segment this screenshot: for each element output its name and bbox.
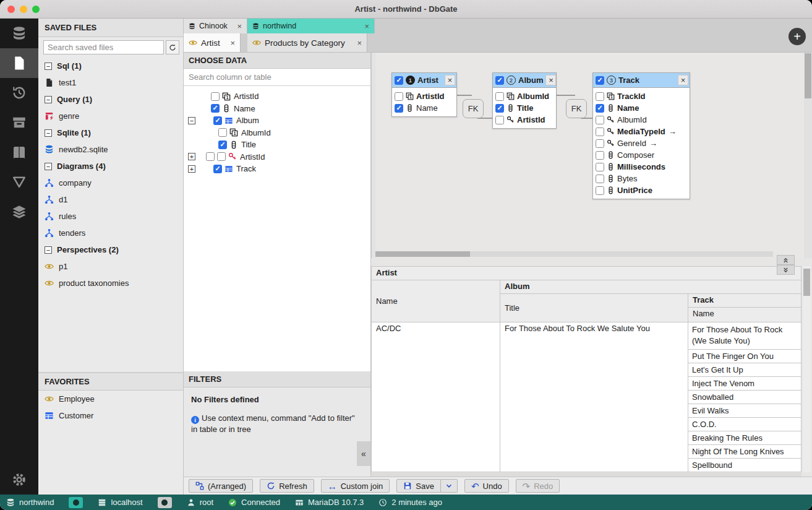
file-tab-products-by-category[interactable]: Products by Category× — [247, 33, 367, 52]
saved-files-item[interactable]: newdb2.sqlite — [38, 141, 183, 158]
activity-bar-item-archive[interactable] — [0, 108, 38, 137]
close-tab-icon[interactable]: × — [357, 39, 362, 47]
choose-data-row-name[interactable]: Name — [184, 103, 370, 115]
choose-data-row-track[interactable]: +Track — [184, 163, 370, 175]
saved-files-item[interactable]: d1 — [38, 191, 183, 208]
expand-icon[interactable]: + — [188, 153, 195, 160]
favorites-item[interactable]: Employee — [38, 391, 183, 407]
saved-files-group[interactable]: −Perspectives (2) — [38, 241, 183, 258]
checkbox[interactable] — [211, 104, 220, 113]
node-column-milliseconds[interactable]: Milliseconds — [593, 161, 690, 173]
status-user[interactable]: root — [187, 498, 213, 507]
node-column-albumid[interactable]: AlbumId — [593, 114, 690, 126]
activity-bar-item-favorites[interactable] — [0, 137, 38, 167]
activity-bar-item-settings[interactable] — [0, 465, 38, 495]
node-column-composer[interactable]: Composer — [593, 149, 690, 161]
expand-designer-button[interactable] — [777, 255, 795, 265]
choose-data-row-artistid[interactable]: 1ArtistId — [184, 90, 370, 103]
custom-join-button[interactable]: ↔Custom join — [321, 479, 390, 493]
minimize-window-button[interactable] — [20, 6, 27, 13]
checkbox[interactable] — [596, 151, 604, 160]
database-tab-chinook[interactable]: Chinook× — [184, 19, 247, 33]
activity-bar-item-plugins[interactable] — [0, 197, 38, 227]
close-tab-icon[interactable]: × — [230, 39, 235, 47]
node-column-artistid[interactable]: 1ArtistId — [392, 90, 456, 102]
checkbox[interactable] — [213, 116, 222, 125]
save-dropdown-button[interactable] — [441, 479, 458, 493]
checkbox[interactable] — [596, 116, 604, 124]
scrollbar-thumb[interactable] — [371, 251, 470, 257]
node-header[interactable]: 2Album× — [493, 73, 556, 88]
grid-header-track-name[interactable]: Name — [688, 307, 801, 322]
checkbox[interactable] — [395, 76, 403, 85]
expand-grid-button[interactable] — [777, 265, 795, 275]
checkbox[interactable] — [217, 152, 226, 161]
node-column-artistid[interactable]: ArtistId — [493, 114, 556, 126]
grid-cell-track-name[interactable]: Night Of The Long Knives — [688, 445, 801, 459]
checkbox[interactable] — [213, 165, 222, 173]
close-tab-icon[interactable]: × — [237, 22, 242, 30]
collapse-icon[interactable]: − — [45, 63, 52, 70]
grid-cell-track-name[interactable]: C.O.D. — [688, 418, 801, 431]
close-window-button[interactable] — [7, 6, 15, 13]
node-column-mediatypeid[interactable]: MediaTypeId→ — [593, 126, 690, 137]
node-column-name[interactable]: Name — [593, 102, 690, 114]
grid-header-album-title[interactable]: Title — [500, 293, 688, 322]
close-node-button[interactable]: × — [545, 75, 556, 85]
grid-header-artist-name[interactable]: Name — [371, 280, 500, 322]
checkbox[interactable] — [495, 92, 504, 101]
checkbox[interactable] — [218, 140, 227, 149]
collapse-icon[interactable]: − — [45, 96, 52, 103]
checkbox[interactable] — [495, 116, 504, 124]
add-tab-button[interactable]: + — [788, 28, 806, 45]
checkbox[interactable] — [395, 104, 403, 113]
node-column-unitprice[interactable]: UnitPrice — [593, 184, 690, 196]
node-column-bytes[interactable]: Bytes — [593, 173, 690, 184]
collapse-panel-button[interactable]: « — [357, 441, 370, 466]
arranged-button[interactable]: (Arranged) — [189, 479, 253, 493]
checkbox[interactable] — [596, 104, 604, 113]
collapse-icon[interactable]: − — [45, 163, 52, 170]
checkbox[interactable] — [495, 104, 504, 113]
node-column-albumid[interactable]: 1AlbumId — [493, 90, 556, 102]
node-column-title[interactable]: Title — [493, 102, 556, 114]
choose-data-row-album[interactable]: −Album — [184, 115, 370, 127]
save-button[interactable]: Save — [396, 479, 441, 493]
grid-cell-track-name[interactable]: Put The Finger On You — [688, 350, 801, 363]
checkbox[interactable] — [211, 92, 220, 101]
choose-data-row-title[interactable]: Title — [184, 139, 370, 151]
favorites-item[interactable]: Customer — [38, 407, 183, 424]
close-node-button[interactable]: × — [445, 75, 455, 85]
status-connection-color[interactable] — [69, 497, 83, 508]
grid-header-track[interactable]: Track — [688, 293, 801, 308]
activity-bar-item-filter[interactable] — [0, 167, 38, 197]
saved-files-item[interactable]: p1 — [38, 258, 183, 275]
checkbox[interactable] — [596, 175, 604, 183]
refresh-button[interactable]: Refresh — [260, 479, 314, 493]
close-tab-icon[interactable]: × — [364, 22, 369, 30]
collapse-icon[interactable]: − — [45, 246, 52, 254]
choose-data-search-input[interactable] — [184, 69, 370, 86]
checkbox[interactable] — [218, 128, 227, 137]
checkbox[interactable] — [596, 127, 604, 136]
saved-files-item[interactable]: test1 — [38, 74, 183, 91]
checkbox[interactable] — [495, 76, 504, 85]
choose-data-row-artistid[interactable]: +ArtistId — [184, 151, 370, 163]
checkbox[interactable] — [596, 186, 604, 195]
fk-join-badge[interactable]: FK — [463, 99, 484, 118]
grid-cell-track-name[interactable]: Snowballed — [688, 391, 801, 404]
collapse-icon[interactable]: − — [188, 117, 195, 124]
fk-join-badge[interactable]: FK — [566, 99, 587, 118]
saved-files-group[interactable]: −Sql (1) — [38, 58, 183, 74]
status-connected[interactable]: Connected — [228, 498, 280, 507]
checkbox[interactable] — [596, 76, 604, 85]
status-server[interactable]: localhost — [98, 498, 142, 507]
saved-files-item[interactable]: product taxonomies — [38, 275, 183, 292]
database-tab-northwind[interactable]: northwind× — [247, 19, 375, 33]
expand-icon[interactable]: + — [188, 165, 195, 173]
grid-cell-track-name[interactable]: Inject The Venom — [688, 377, 801, 391]
file-tab-artist[interactable]: Artist× — [184, 33, 241, 52]
node-header[interactable]: 1Artist× — [392, 73, 456, 88]
scrollbar-thumb[interactable] — [803, 269, 810, 296]
choose-data-row-albumid[interactable]: 1AlbumId — [184, 127, 370, 139]
